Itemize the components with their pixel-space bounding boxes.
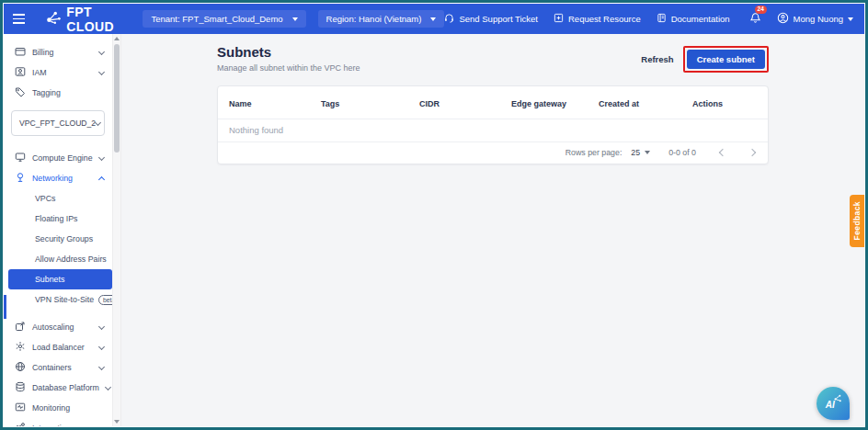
pagination-range: 0-0 of 0 [668, 148, 696, 157]
fpt-molecule-icon [45, 9, 62, 29]
sidebar-item-vpn-site-to-site[interactable]: VPN Site-to-Site beta [4, 289, 112, 310]
chevron-right-icon [748, 149, 756, 156]
chevron-down-icon [848, 17, 853, 21]
page-title: Subnets [217, 44, 360, 60]
sidebar-item-monitoring[interactable]: Monitoring [4, 398, 112, 418]
network-pin-icon [15, 172, 26, 185]
sidebar-item-label: Containers [32, 363, 93, 372]
sidebar-item-allow-address-pairs[interactable]: Allow Address Pairs [4, 249, 112, 269]
request-resource-label: Request Resource [568, 14, 641, 24]
send-support-ticket-link[interactable]: Send Support Ticket [444, 13, 538, 25]
sidebar-item-autoscaling[interactable]: Autoscaling [4, 317, 112, 337]
app-window: FPT CLOUD Tenant: FPT_Smart_Cloud_Demo R… [0, 0, 868, 430]
sidebar-item-integrations[interactable]: Integrations [4, 418, 112, 426]
tag-icon [15, 86, 26, 99]
chevron-down-icon [98, 424, 105, 426]
empty-state-row: Nothing found [218, 119, 768, 142]
ai-chat-icon: AI [823, 392, 843, 415]
monitoring-pulse-icon [15, 402, 26, 414]
column-header-tags: Tags [321, 99, 419, 108]
svg-text:AI: AI [825, 400, 835, 410]
sidebar-item-tagging[interactable]: Tagging [4, 83, 112, 103]
integrations-icon [15, 422, 26, 426]
autoscaling-icon [15, 321, 26, 334]
sidebar-item-iam[interactable]: IAM [4, 62, 112, 83]
scroll-down-arrow-icon[interactable] [114, 420, 120, 424]
column-header-name: Name [229, 99, 321, 108]
documentation-label: Documentation [671, 14, 730, 24]
sidebar-item-database-platform[interactable]: Database Platform [4, 378, 112, 398]
previous-page-button[interactable] [720, 150, 725, 155]
sidebar-item-label: Networking [32, 174, 93, 183]
sidebar-subitem-label: Security Groups [35, 234, 93, 243]
iam-icon [15, 66, 26, 79]
beta-badge: beta [98, 295, 112, 305]
notification-badge: 24 [755, 6, 767, 15]
scroll-up-arrow-icon[interactable] [114, 37, 120, 40]
menu-hamburger-icon[interactable] [4, 14, 34, 23]
chevron-left-icon [719, 149, 726, 156]
monitor-icon [15, 152, 26, 164]
chevron-down-icon [430, 17, 436, 21]
document-icon [657, 13, 667, 25]
sidebar-item-security-groups[interactable]: Security Groups [4, 229, 112, 249]
tenant-label: Tenant: FPT_Smart_Cloud_Demo [151, 14, 282, 24]
region-selector[interactable]: Region: Hanoi (Vietnam) [318, 10, 445, 28]
vpc-selector-dropdown[interactable]: VPC_FPT_CLOUD_2 [11, 110, 105, 136]
sidebar-item-label: Load Balancer [32, 343, 93, 352]
sidebar-item-subnets[interactable]: Subnets [8, 269, 112, 289]
billing-icon [15, 46, 26, 59]
top-navbar: FPT CLOUD Tenant: FPT_Smart_Cloud_Demo R… [4, 4, 864, 34]
annotation-highlight: Create subnet [683, 46, 769, 73]
page-subtitle: Manage all subnet within the VPC here [217, 63, 360, 73]
request-resource-link[interactable]: Request Resource [554, 13, 641, 25]
feedback-tab[interactable]: Feedback [850, 195, 864, 247]
column-header-actions: Actions [692, 99, 759, 108]
column-header-cidr: CIDR [419, 99, 511, 108]
sidebar-item-label: Tagging [32, 88, 104, 97]
sidebar-item-label: Billing [32, 48, 93, 57]
logo-text: FPT CLOUD [66, 5, 131, 34]
column-header-created-at: Created at [599, 99, 692, 108]
user-name: Mong Nuong [794, 14, 843, 24]
subnets-table-card: Name Tags CIDR Edge gateway Created at A… [217, 85, 769, 164]
rows-per-page-value: 25 [631, 148, 640, 157]
sidebar-item-floating-ips[interactable]: Floating IPs [4, 209, 112, 229]
gear-icon [15, 341, 26, 354]
sidebar-item-networking[interactable]: Networking [4, 168, 112, 188]
sidebar-item-vpcs[interactable]: VPCs [4, 188, 112, 209]
documentation-link[interactable]: Documentation [657, 13, 730, 25]
table-pagination: Rows per page: 25 0-0 of 0 [218, 142, 768, 164]
next-page-button[interactable] [749, 150, 755, 155]
create-subnet-button[interactable]: Create subnet [687, 50, 765, 69]
chevron-down-icon [98, 322, 105, 329]
rows-per-page-select[interactable]: 25 [631, 148, 650, 157]
send-support-ticket-label: Send Support Ticket [459, 14, 538, 24]
resource-grid-icon [554, 13, 564, 25]
sidebar-item-load-balancer[interactable]: Load Balancer [4, 337, 112, 357]
scrollbar-thumb[interactable] [114, 44, 120, 153]
table-header-row: Name Tags CIDR Edge gateway Created at A… [218, 86, 768, 119]
chevron-down-icon [98, 343, 105, 349]
sidebar-item-label: Integrations [32, 424, 93, 426]
chevron-down-icon [98, 153, 105, 160]
chevron-up-icon [98, 176, 105, 183]
sidebar-item-label: Autoscaling [32, 322, 93, 332]
chevron-down-icon [98, 48, 105, 54]
tenant-selector[interactable]: Tenant: FPT_Smart_Cloud_Demo [143, 10, 305, 28]
sidebar-subitem-label: VPN Site-to-Site [35, 295, 94, 304]
ai-assistant-button[interactable]: AI [817, 387, 850, 420]
column-header-edge-gateway: Edge gateway [511, 99, 599, 108]
refresh-button[interactable]: Refresh [641, 54, 673, 64]
page-header: Subnets Manage all subnet within the VPC… [217, 44, 769, 73]
sidebar: Billing IAM Tagging [4, 34, 112, 426]
sidebar-scrollbar[interactable] [112, 34, 121, 426]
user-menu[interactable]: Mong Nuong [777, 12, 853, 26]
sidebar-item-billing[interactable]: Billing [4, 42, 112, 62]
sidebar-item-containers[interactable]: Containers [4, 357, 112, 378]
navbar-right: Send Support Ticket Request Resource [444, 11, 853, 28]
sidebar-item-label: Monitoring [32, 403, 104, 413]
notifications-button[interactable]: 24 [749, 11, 761, 28]
user-avatar-icon [777, 12, 789, 26]
sidebar-item-compute-engine[interactable]: Compute Engine [4, 148, 112, 168]
